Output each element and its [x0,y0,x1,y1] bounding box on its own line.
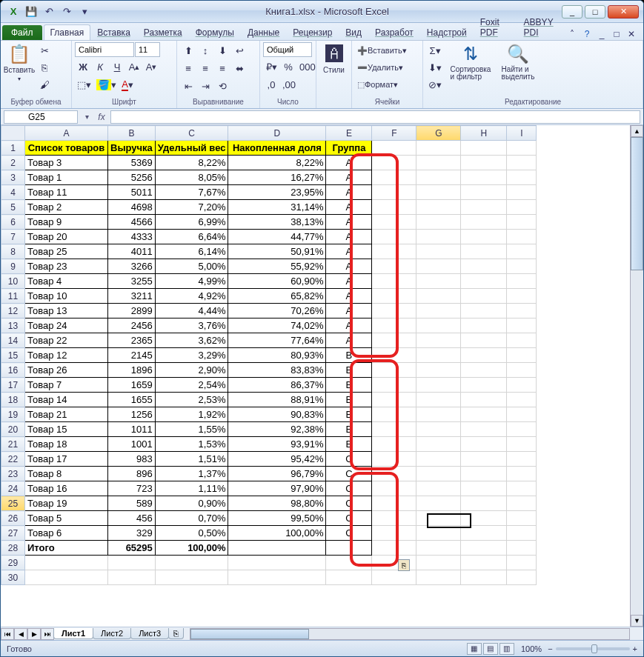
empty-cell[interactable] [416,230,461,244]
table-cell[interactable]: 2,54% [155,378,228,393]
empty-cell[interactable] [372,156,416,170]
empty-cell[interactable] [507,526,537,541]
table-cell[interactable]: 7,20% [155,200,228,215]
empty-cell[interactable] [372,378,416,393]
table-cell[interactable]: B [326,422,372,437]
empty-cell[interactable] [461,452,507,467]
row-header-14[interactable]: 14 [1,333,25,348]
row-header-12[interactable]: 12 [1,304,25,319]
empty-cell[interactable] [372,511,416,526]
align-bot-icon[interactable]: ⬇ [214,42,230,59]
empty-cell[interactable] [108,556,156,570]
empty-cell[interactable] [416,556,461,570]
table-cell[interactable]: A [326,304,372,319]
empty-cell[interactable] [372,570,416,585]
empty-cell[interactable] [507,496,537,511]
empty-cell[interactable] [372,422,416,437]
table-cell[interactable]: 90,83% [228,407,326,422]
empty-cell[interactable] [507,363,537,378]
row-header-1[interactable]: 1 [1,141,25,156]
empty-cell[interactable] [416,156,461,170]
empty-cell[interactable] [372,541,416,556]
table-cell[interactable]: 456 [108,511,156,526]
orientation-icon[interactable]: ⟲ [214,78,230,94]
table-cell[interactable]: 3255 [108,274,156,289]
table-cell[interactable]: Товар 20 [25,230,108,244]
empty-cell[interactable] [372,319,416,333]
table-cell[interactable]: 1,53% [155,437,228,452]
empty-cell[interactable] [372,526,416,541]
empty-cell[interactable] [372,215,416,230]
table-cell[interactable]: 3,76% [155,319,228,333]
view-break-icon[interactable]: ▥ [499,643,514,655]
empty-cell[interactable] [461,215,507,230]
row-header-6[interactable]: 6 [1,215,25,230]
table-cell[interactable]: 1,55% [155,422,228,437]
empty-cell[interactable] [507,407,537,422]
table-cell[interactable]: 100,00% [228,526,326,541]
table-cell[interactable]: 1256 [108,407,156,422]
table-cell[interactable]: 2365 [108,333,156,348]
table-cell[interactable]: 6,99% [155,215,228,230]
table-cell[interactable]: 80,93% [228,348,326,363]
empty-cell[interactable] [507,570,537,585]
tab-data[interactable]: Данные [241,24,286,40]
tab-foxit[interactable]: Foxit PDF [474,14,517,40]
table-cell[interactable]: Товар 6 [25,526,108,541]
empty-cell[interactable] [326,570,372,585]
autofill-options-icon[interactable]: ⎘ [398,559,410,571]
table-cell[interactable]: Товар 14 [25,393,108,407]
tab-view[interactable]: Вид [339,24,368,40]
empty-cell[interactable] [416,170,461,185]
table-cell[interactable]: A [326,333,372,348]
empty-cell[interactable] [507,422,537,437]
table-cell[interactable]: 5011 [108,185,156,200]
col-header-A[interactable]: A [25,126,108,141]
empty-cell[interactable] [461,407,507,422]
grow-font-icon[interactable]: A▴ [126,59,142,75]
maximize-button[interactable]: □ [585,5,605,19]
empty-cell[interactable] [372,259,416,274]
table-cell[interactable]: A [326,289,372,304]
redo-icon[interactable]: ↷ [59,4,75,20]
empty-cell[interactable] [507,511,537,526]
table-cell[interactable] [228,541,326,556]
tab-first-icon[interactable]: ⏮ [1,628,14,640]
empty-cell[interactable] [507,393,537,407]
row-header-7[interactable]: 7 [1,230,25,244]
empty-cell[interactable] [507,200,537,215]
table-cell[interactable]: A [326,215,372,230]
fill-color-icon[interactable]: 🪣▾ [94,76,119,93]
empty-cell[interactable] [372,274,416,289]
table-cell[interactable]: 2145 [108,348,156,363]
row-header-25[interactable]: 25 [1,496,25,511]
table-cell[interactable]: 1,51% [155,452,228,467]
table-cell[interactable]: 896 [108,467,156,481]
empty-cell[interactable] [507,170,537,185]
table-cell[interactable]: 3,62% [155,333,228,348]
empty-cell[interactable] [507,274,537,289]
row-header-26[interactable]: 26 [1,511,25,526]
table-cell[interactable]: Товар 13 [25,304,108,319]
table-cell[interactable]: 3211 [108,289,156,304]
align-center-icon[interactable]: ≡ [197,60,213,76]
empty-cell[interactable] [372,467,416,481]
scroll-up-icon[interactable]: ▲ [631,125,643,137]
empty-cell[interactable] [507,437,537,452]
table-cell[interactable]: 93,91% [228,437,326,452]
table-header[interactable]: Выручка [108,141,156,156]
empty-cell[interactable] [507,259,537,274]
table-cell[interactable]: Товар 12 [25,348,108,363]
empty-cell[interactable] [507,230,537,244]
table-cell[interactable]: 3,29% [155,348,228,363]
sheet-tab-3[interactable]: Лист3 [130,628,169,639]
table-cell[interactable]: 4333 [108,230,156,244]
table-cell[interactable]: 31,14% [228,200,326,215]
empty-cell[interactable] [461,289,507,304]
empty-cell[interactable] [461,363,507,378]
table-cell[interactable]: 4,44% [155,304,228,319]
table-cell[interactable]: 1659 [108,378,156,393]
sum-icon[interactable]: Σ▾ [426,42,444,59]
row-header-19[interactable]: 19 [1,407,25,422]
empty-cell[interactable] [372,244,416,259]
